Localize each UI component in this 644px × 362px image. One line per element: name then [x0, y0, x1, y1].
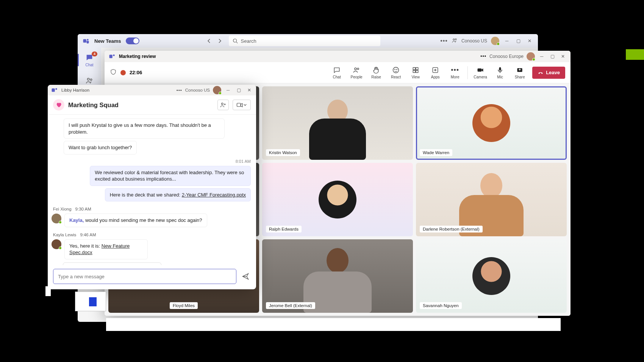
- window-maximize-button[interactable]: ▢: [514, 37, 522, 45]
- more-icon[interactable]: •••: [177, 88, 182, 92]
- svg-rect-14: [413, 67, 415, 70]
- video-call-button[interactable]: [233, 100, 251, 110]
- svg-rect-17: [416, 70, 418, 73]
- participant-name: Wade Warren: [420, 149, 452, 156]
- svg-point-3: [453, 39, 455, 40]
- toolbar-raise-button[interactable]: Raise: [369, 66, 383, 79]
- more-icon[interactable]: •••: [480, 54, 486, 59]
- message-bubble: We reviewed color & material forecast wi…: [90, 166, 251, 186]
- people-icon: [352, 66, 361, 74]
- window-minimize-button[interactable]: ─: [503, 37, 511, 45]
- chat-title: Marketing Squad: [68, 101, 214, 109]
- meeting-user-avatar[interactable]: [527, 52, 535, 61]
- chat-titlebar: Libby Harrison ••• Conooso US ─ ▢ ✕: [48, 85, 256, 95]
- svg-point-24: [222, 103, 224, 105]
- file-attachment-card[interactable]: W New Feature Spec Personal > MarieBeaud…: [63, 262, 161, 265]
- meeting-org: Conooso Europe: [489, 54, 524, 59]
- svg-point-1: [87, 39, 89, 41]
- camera-icon: [476, 66, 485, 74]
- svg-point-6: [90, 79, 92, 80]
- chat-minimize-button[interactable]: ─: [224, 86, 232, 94]
- shield-icon: [110, 69, 117, 77]
- apps-icon: [431, 66, 439, 74]
- message-bubble: Want to grab lunch together?: [64, 141, 137, 154]
- toolbar-camera-button[interactable]: Camera: [473, 66, 488, 79]
- toolbar-share-button[interactable]: Share: [513, 66, 527, 79]
- message-bubble: Here is the deck that we shared: 2-Year …: [105, 188, 251, 202]
- org-icon: [452, 37, 458, 45]
- message-input[interactable]: [53, 269, 236, 284]
- user-avatar[interactable]: [491, 37, 499, 45]
- more-icon: •••: [451, 66, 459, 74]
- new-teams-toggle[interactable]: [126, 37, 139, 44]
- heart-icon: [53, 99, 64, 111]
- rail-chat-label: Chat: [85, 63, 93, 67]
- video-tile[interactable]: Kristin Watson: [262, 86, 413, 160]
- window-close-button[interactable]: ✕: [526, 37, 533, 45]
- participant-avatar: [472, 104, 510, 142]
- participant-name: Savannah Nguyen: [420, 302, 462, 309]
- meeting-toolbar: 22:06 Chat People Raise React View Apps …: [105, 62, 571, 83]
- svg-point-4: [455, 39, 456, 40]
- chat-maximize-button[interactable]: ▢: [235, 86, 242, 94]
- svg-point-12: [395, 69, 395, 70]
- toolbar-apps-button[interactable]: Apps: [428, 66, 442, 79]
- video-tile[interactable]: Darlene Robertson (External): [416, 163, 567, 236]
- main-header: New Teams Search ••• Conooso US ─ ▢ ✕: [78, 34, 538, 48]
- rail-chat[interactable]: 4 Chat: [78, 51, 101, 69]
- svg-rect-16: [413, 70, 415, 73]
- svg-rect-0: [83, 39, 86, 43]
- add-people-button[interactable]: [217, 100, 229, 110]
- participant-name: Jerome Bell (External): [266, 302, 315, 309]
- message-timestamp: 9:46 AM: [80, 232, 96, 237]
- nav-back-button[interactable]: [205, 36, 214, 45]
- meeting-maximize-button[interactable]: ▢: [549, 53, 556, 60]
- meeting-minimize-button[interactable]: ─: [538, 53, 546, 60]
- toolbar-mic-button[interactable]: Mic: [493, 66, 507, 79]
- svg-rect-15: [416, 67, 418, 70]
- video-tile[interactable]: Ralph Edwards: [262, 163, 413, 236]
- chat-header: Marketing Squad: [48, 95, 256, 115]
- meeting-timer: 22:06: [130, 70, 142, 75]
- toolbar-people-button[interactable]: People: [349, 66, 364, 79]
- video-tile[interactable]: Savannah Nguyen: [416, 239, 567, 313]
- mention[interactable]: Kayla,: [69, 217, 84, 223]
- message-timestamp: 8:01 AM: [236, 159, 251, 164]
- share-icon: [516, 66, 524, 74]
- attachment-link[interactable]: 2-Year CMF Forecasting.pptx: [182, 192, 246, 198]
- svg-point-10: [357, 68, 359, 70]
- teams-logo-icon: [108, 53, 116, 60]
- chat-user-avatar[interactable]: [213, 86, 221, 94]
- svg-point-11: [393, 67, 399, 73]
- chat-close-button[interactable]: ✕: [245, 86, 253, 94]
- toolbar-more-button[interactable]: •••More: [448, 66, 462, 79]
- nav-forward-button[interactable]: [215, 36, 224, 45]
- message-bubble: I will push Krystal to give us a few mor…: [64, 119, 225, 139]
- video-tile[interactable]: Wade Warren: [416, 86, 567, 160]
- chat-window-title: Libby Harrison: [61, 88, 89, 92]
- teams-icon: [85, 76, 94, 85]
- more-icon[interactable]: •••: [440, 37, 448, 44]
- chevron-down-icon: [243, 103, 247, 107]
- toolbar-react-button[interactable]: React: [389, 66, 403, 79]
- leave-button[interactable]: Leave: [532, 67, 565, 79]
- chat-messages[interactable]: I will push Krystal to give us a few mor…: [48, 115, 256, 265]
- participant-avatar: [472, 257, 510, 295]
- participant-name: Darlene Robertson (External): [420, 226, 483, 232]
- toolbar-chat-button[interactable]: Chat: [330, 66, 344, 79]
- svg-rect-19: [478, 69, 482, 72]
- video-tile[interactable]: Jerome Bell (External): [262, 239, 413, 313]
- decorative-green-strip: [626, 49, 644, 60]
- meeting-close-button[interactable]: ✕: [559, 53, 567, 60]
- toolbar-view-button[interactable]: View: [408, 66, 423, 79]
- sender-name: Kayla Lewis: [53, 232, 76, 237]
- chat-badge: 4: [92, 51, 97, 56]
- recording-indicator-icon: [120, 70, 126, 75]
- teams-logo-icon: [82, 37, 90, 45]
- svg-point-13: [397, 69, 397, 70]
- send-button[interactable]: [240, 271, 251, 282]
- chat-org: Conooso US: [185, 88, 210, 92]
- svg-rect-7: [109, 55, 113, 58]
- view-icon: [411, 66, 420, 74]
- search-input[interactable]: Search: [229, 36, 380, 46]
